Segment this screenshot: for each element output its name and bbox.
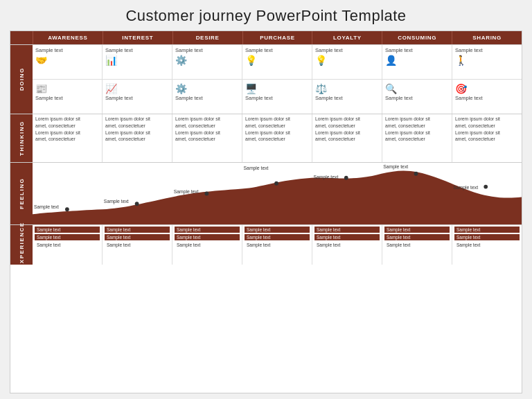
experience-label: EXPERIENCE (10, 225, 33, 265)
exp-item-0-2: Sample text (35, 242, 100, 248)
thinking-section: THINKING Lorem ipsum dolor sit amet, con… (10, 114, 522, 162)
svg-point-2 (204, 192, 209, 196)
doing-icon-r1-c1: 📊 (105, 55, 117, 66)
doing-r2-c6: 🎯 Sample text (452, 80, 522, 114)
page: Customer journey PowerPoint Template AWA… (0, 0, 532, 399)
doing-r1-c5: Sample text 👤 (382, 45, 452, 79)
exp-item-4-0: Sample text (314, 227, 380, 233)
thinking-cell-5: Lorem ipsum dolor sit amet, consectetuer… (382, 114, 452, 162)
doing-icon-r1-c0: 🤝 (35, 55, 47, 66)
doing-icon-r1-c3: 💡 (245, 55, 257, 66)
feeling-content: Sample text Sample text Sample text Samp… (33, 163, 522, 224)
experience-section: EXPERIENCE Sample text Sample text Sampl… (10, 224, 522, 265)
doing-r1-c0: Sample text 🤝 (33, 45, 102, 79)
doing-icon-r2-c1: 📈 (105, 83, 117, 94)
exp-item-4-2: Sample text (314, 242, 380, 248)
exp-item-1-1: Sample text (105, 234, 170, 240)
svg-point-6 (484, 185, 488, 189)
doing-icon-r2-c6: 🎯 (455, 83, 467, 94)
feeling-label: FEELING (10, 163, 33, 224)
doing-r1-c3: Sample text 💡 (242, 45, 312, 79)
exp-cell-4: Sample text Sample text Sample text (312, 225, 382, 265)
exp-item-2-1: Sample text (175, 234, 240, 240)
header-corner (10, 31, 33, 44)
doing-content: Sample text 🤝 Sample text 📊 Sample text … (33, 45, 522, 114)
exp-item-3-0: Sample text (245, 227, 310, 233)
doing-section: DOING Sample text 🤝 Sample text 📊 Sample… (10, 44, 522, 114)
thinking-content: Lorem ipsum dolor sit amet, consectetuer… (33, 114, 522, 162)
col-header-2: DESIRE (172, 31, 242, 44)
doing-icon-r1-c2: ⚙️ (175, 55, 187, 66)
exp-item-2-0: Sample text (175, 227, 240, 233)
col-header-1: INTEREST (103, 31, 172, 44)
doing-icon-r2-c2: ⚙️ (175, 83, 187, 94)
doing-icon-r1-c6: 🚶 (455, 55, 467, 66)
doing-icon-r2-c0: 📰 (35, 83, 47, 94)
doing-icon-r2-c5: 🔍 (385, 83, 397, 94)
thinking-label: THINKING (10, 114, 33, 162)
doing-label: DOING (10, 45, 33, 114)
exp-cell-0: Sample text Sample text Sample text (33, 225, 102, 265)
exp-item-3-1: Sample text (245, 234, 310, 240)
svg-point-4 (344, 176, 348, 180)
svg-point-3 (274, 181, 278, 186)
exp-item-0-1: Sample text (35, 234, 100, 240)
doing-row-1: Sample text 🤝 Sample text 📊 Sample text … (33, 45, 522, 79)
svg-point-1 (135, 202, 139, 206)
col-header-5: CONSUMING (382, 31, 452, 44)
exp-cell-3: Sample text Sample text Sample text (242, 225, 312, 265)
doing-r2-c3: 🖥️ Sample text (242, 80, 312, 114)
doing-r2-c5: 🔍 Sample text (382, 80, 452, 114)
doing-r1-c4: Sample text 💡 (312, 45, 382, 79)
doing-icon-r2-c3: 🖥️ (245, 83, 257, 94)
feeling-chart (33, 163, 522, 224)
exp-cell-5: Sample text Sample text Sample text (382, 225, 452, 265)
exp-item-2-2: Sample text (175, 242, 240, 248)
feeling-section: FEELING Sample (10, 162, 522, 224)
thinking-cell-6: Lorem ipsum dolor sit amet, consectetuer… (452, 114, 522, 162)
thinking-cell-0: Lorem ipsum dolor sit amet, consectetuer… (33, 114, 102, 162)
doing-r1-c6: Sample text 🚶 (452, 45, 522, 79)
exp-cell-2: Sample text Sample text Sample text (172, 225, 242, 265)
exp-cell-6: Sample text Sample text Sample text (452, 225, 522, 265)
thinking-cell-1: Lorem ipsum dolor sit amet, consectetuer… (102, 114, 172, 162)
doing-r2-c0: 📰 Sample text (33, 80, 102, 114)
exp-item-5-1: Sample text (384, 234, 450, 240)
doing-icon-r1-c4: 💡 (315, 55, 327, 66)
thinking-cell-2: Lorem ipsum dolor sit amet, consectetuer… (172, 114, 242, 162)
exp-item-6-0: Sample text (454, 227, 520, 233)
exp-item-3-2: Sample text (245, 242, 310, 248)
exp-cell-1: Sample text Sample text Sample text (102, 225, 172, 265)
exp-item-6-2: Sample text (454, 242, 520, 248)
exp-item-5-0: Sample text (384, 227, 450, 233)
col-header-6: SHARING (452, 31, 522, 44)
doing-r1-c1: Sample text 📊 (102, 45, 172, 79)
header-row: AWARENESS INTEREST DESIRE PURCHASE LOYAL… (10, 31, 522, 44)
experience-content: Sample text Sample text Sample text Samp… (33, 225, 522, 265)
exp-item-6-1: Sample text (454, 234, 520, 240)
col-header-4: LOYALTY (312, 31, 382, 44)
exp-item-0-0: Sample text (35, 227, 100, 233)
svg-point-0 (65, 207, 69, 211)
doing-r2-c1: 📈 Sample text (102, 80, 172, 114)
doing-icon-r2-c4: ⚖️ (315, 83, 327, 94)
doing-r2-c2: ⚙️ Sample text (172, 80, 242, 114)
exp-item-4-1: Sample text (314, 234, 380, 240)
doing-r2-c4: ⚖️ Sample text (312, 80, 382, 114)
thinking-cell-3: Lorem ipsum dolor sit amet, consectetuer… (242, 114, 312, 162)
exp-item-5-2: Sample text (384, 242, 450, 248)
page-title: Customer journey PowerPoint Template (10, 7, 522, 25)
col-header-3: PURCHASE (242, 31, 312, 44)
exp-item-1-0: Sample text (105, 227, 170, 233)
svg-point-5 (414, 172, 418, 176)
col-header-0: AWARENESS (33, 31, 103, 44)
exp-item-1-2: Sample text (105, 242, 170, 248)
doing-icon-r1-c5: 👤 (385, 55, 397, 66)
doing-row-2: 📰 Sample text 📈 Sample text ⚙️ Sample te… (33, 80, 522, 114)
doing-r1-c2: Sample text ⚙️ (172, 45, 242, 79)
journey-table: AWARENESS INTEREST DESIRE PURCHASE LOYAL… (10, 30, 522, 393)
thinking-cell-4: Lorem ipsum dolor sit amet, consectetuer… (312, 114, 382, 162)
